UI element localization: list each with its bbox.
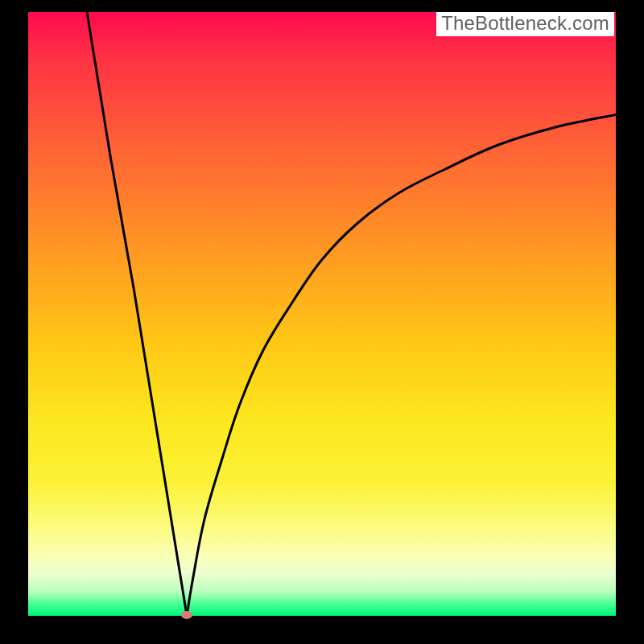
bottleneck-curve [28, 12, 616, 616]
chart-stage: TheBottleneck.com [0, 0, 644, 644]
curve-path [87, 12, 616, 616]
plot-area: TheBottleneck.com [28, 12, 616, 616]
minimum-marker [181, 611, 192, 619]
